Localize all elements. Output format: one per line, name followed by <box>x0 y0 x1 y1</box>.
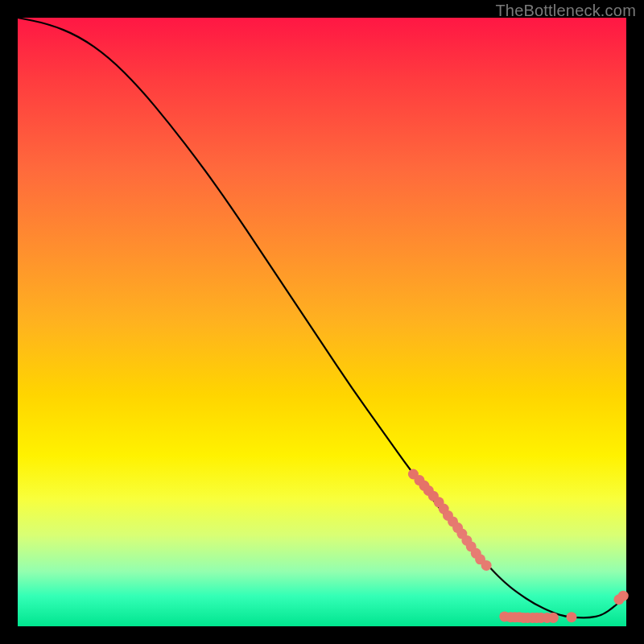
attribution-label: TheBottleneck.com <box>495 2 636 20</box>
chart-container: TheBottleneck.com <box>0 0 644 644</box>
scatter-points <box>408 469 629 623</box>
bottleneck-curve <box>18 18 626 617</box>
curve-layer <box>18 18 626 626</box>
data-point <box>618 591 629 601</box>
data-point <box>481 560 492 571</box>
data-point <box>566 612 576 622</box>
data-point <box>548 613 559 623</box>
plot-area <box>18 18 626 626</box>
